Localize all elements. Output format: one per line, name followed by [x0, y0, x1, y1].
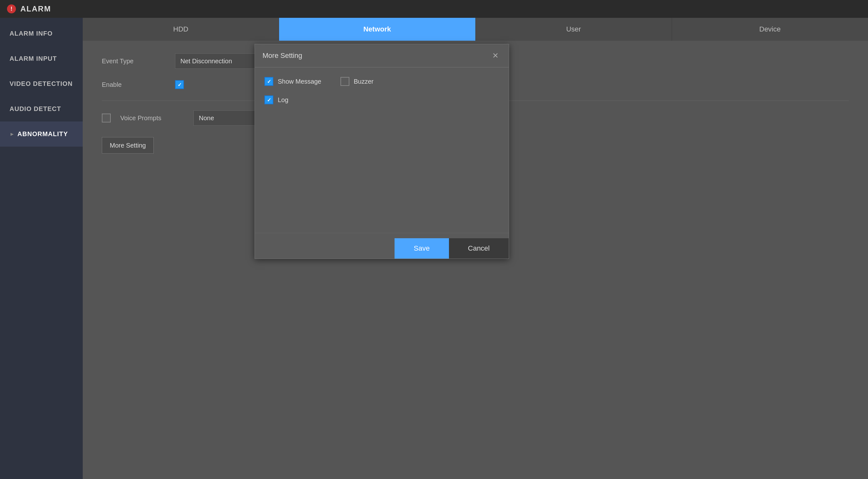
- modal-row-1: ✓ Show Message Buzzer: [265, 77, 499, 86]
- app-title: ALARM: [20, 4, 51, 13]
- main-layout: ALARM INFO ALARM INPUT VIDEO DETECTION A…: [0, 18, 868, 479]
- event-type-value: Net Disconnection: [180, 58, 232, 65]
- modal-title: More Setting: [262, 52, 302, 60]
- enable-label: Enable: [102, 81, 165, 88]
- sidebar-item-video-detection-label: VIDEO DETECTION: [9, 80, 72, 88]
- sidebar-item-alarm-info[interactable]: ALARM INFO: [0, 21, 83, 46]
- show-message-checkmark: ✓: [267, 78, 271, 85]
- more-setting-button[interactable]: More Setting: [102, 137, 154, 154]
- tabs-bar: HDD Network User Device: [83, 18, 868, 41]
- voice-prompts-checkbox[interactable]: [102, 114, 111, 123]
- chevron-right-icon: ►: [9, 131, 15, 137]
- tab-device[interactable]: Device: [672, 18, 868, 41]
- enable-checkbox[interactable]: ✓: [175, 80, 184, 89]
- modal-row-2: ✓ Log: [265, 95, 499, 104]
- tab-user[interactable]: User: [476, 18, 672, 41]
- cancel-button[interactable]: Cancel: [449, 238, 509, 259]
- modal-close-button[interactable]: ✕: [490, 50, 501, 61]
- svg-text:!: !: [10, 6, 12, 12]
- title-bar: ! ALARM: [0, 0, 868, 18]
- tab-hdd[interactable]: HDD: [83, 18, 279, 41]
- buzzer-checkbox[interactable]: [340, 77, 349, 86]
- sidebar-item-alarm-input-label: ALARM INPUT: [9, 55, 57, 62]
- voice-prompts-label: Voice Prompts: [120, 115, 184, 122]
- checkmark-icon: ✓: [178, 82, 182, 88]
- sidebar-item-abnormality-label: ABNORMALITY: [18, 130, 68, 138]
- event-type-label: Event Type: [102, 58, 165, 65]
- voice-prompts-value: None: [199, 115, 214, 122]
- modal-body: ✓ Show Message Buzzer ✓: [255, 67, 509, 233]
- show-message-label: Show Message: [278, 78, 321, 85]
- sidebar-item-audio-detect-label: AUDIO DETECT: [9, 105, 61, 113]
- show-message-checkbox[interactable]: ✓: [265, 77, 273, 86]
- sidebar-item-audio-detect[interactable]: AUDIO DETECT: [0, 96, 83, 122]
- sidebar-item-abnormality[interactable]: ► ABNORMALITY: [0, 122, 83, 147]
- modal-header: More Setting ✕: [255, 44, 509, 67]
- sidebar-item-video-detection[interactable]: VIDEO DETECTION: [0, 71, 83, 96]
- tab-network[interactable]: Network: [279, 18, 475, 41]
- buzzer-item: Buzzer: [340, 77, 374, 86]
- log-item: ✓ Log: [265, 95, 288, 104]
- show-message-item: ✓ Show Message: [265, 77, 321, 86]
- form-content: Event Type Net Disconnection ▼ Enable ✓ …: [83, 41, 868, 479]
- more-setting-modal: More Setting ✕ ✓ Show Message: [254, 44, 509, 259]
- log-checkbox[interactable]: ✓: [265, 95, 273, 104]
- log-checkmark: ✓: [267, 97, 271, 103]
- log-label: Log: [278, 96, 288, 104]
- modal-footer: Save Cancel: [255, 233, 509, 259]
- sidebar: ALARM INFO ALARM INPUT VIDEO DETECTION A…: [0, 18, 83, 479]
- alarm-icon: !: [6, 4, 17, 14]
- buzzer-label: Buzzer: [354, 78, 374, 85]
- sidebar-item-alarm-info-label: ALARM INFO: [9, 30, 53, 37]
- content-area: HDD Network User Device Event Type Net D…: [83, 18, 868, 479]
- sidebar-item-alarm-input[interactable]: ALARM INPUT: [0, 46, 83, 71]
- save-button[interactable]: Save: [395, 238, 448, 259]
